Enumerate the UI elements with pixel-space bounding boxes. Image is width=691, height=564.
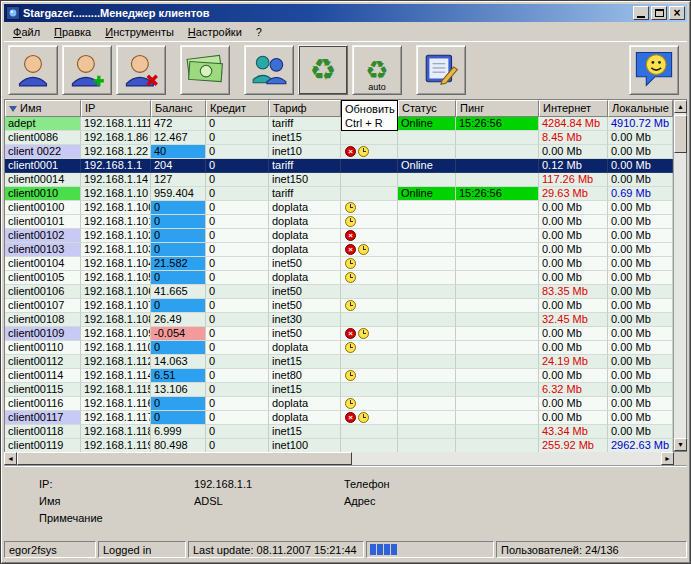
progress-segment	[370, 544, 376, 555]
cell-credit: 0	[206, 243, 269, 257]
close-button[interactable]	[669, 6, 685, 20]
scroll-left-icon[interactable]: ◄	[4, 452, 17, 465]
client-row[interactable]: client00116192.168.1.11600doplata0.00 Mb…	[5, 397, 673, 411]
vertical-scroll-thumb[interactable]	[674, 115, 687, 153]
payment-button[interactable]	[180, 45, 230, 95]
about-button[interactable]	[629, 45, 679, 95]
cell-name: client00105	[5, 271, 81, 285]
horizontal-scroll-thumb[interactable]	[17, 452, 352, 465]
cell-ping: 15:26:56	[456, 187, 539, 201]
column-header[interactable]: Пинг	[456, 100, 539, 117]
column-header-label: Кредит	[210, 101, 246, 116]
cell-status: Online	[398, 187, 456, 201]
client-row[interactable]: client00103192.168.1.10300doplata0.00 Mb…	[5, 243, 673, 257]
scroll-up-icon[interactable]: ▲	[674, 100, 687, 113]
client-row[interactable]: client00102192.168.1.10200doplata0.00 Mb…	[5, 229, 673, 243]
refresh-button[interactable]: ♻	[298, 45, 348, 95]
column-header[interactable]: Кредит	[206, 100, 269, 117]
cell-flags	[341, 327, 398, 341]
client-row[interactable]: client 0022192.168.1.22400inet100.00 Mb0…	[5, 145, 673, 159]
cell-status	[398, 271, 456, 285]
cell-flags	[341, 285, 398, 299]
cell-tariff: inet50	[269, 299, 341, 313]
client-row[interactable]: client00100192.168.1.10000doplata0.00 Mb…	[5, 201, 673, 215]
client-row[interactable]: client00109192.168.1.109-0.0540inet500.0…	[5, 327, 673, 341]
client-row[interactable]: client00108192.168.1.10826.490inet3032.4…	[5, 313, 673, 327]
menu-file[interactable]: Файл	[6, 24, 47, 40]
maximize-button[interactable]	[651, 6, 667, 20]
cell-flags	[341, 271, 398, 285]
client-row[interactable]: client0086192.168.1.8612.4670inet158.45 …	[5, 131, 673, 145]
cell-status	[398, 411, 456, 425]
client-row[interactable]: client00101192.168.1.10100doplata0.00 Mb…	[5, 215, 673, 229]
cell-flags	[341, 243, 398, 257]
waiting-icon	[345, 370, 356, 381]
column-header[interactable]: IP	[81, 100, 151, 117]
client-row[interactable]: client00117192.168.1.11700doplata0.00 Mb…	[5, 411, 673, 425]
cell-internet: 255.92 Mb	[539, 439, 608, 453]
info-name-label: Имя	[39, 495, 60, 507]
cell-name: client00118	[5, 425, 81, 439]
column-header[interactable]: Тариф	[269, 100, 341, 117]
cell-tariff: tariff	[269, 159, 341, 173]
scroll-down-icon[interactable]: ▼	[674, 438, 687, 451]
client-row[interactable]: client00114192.168.1.1146.510inet800.00 …	[5, 369, 673, 383]
cell-ping	[456, 313, 539, 327]
menu-tools[interactable]: Инструменты	[98, 24, 181, 40]
client-row[interactable]: client00115192.168.1.11513.1060inet156.3…	[5, 383, 673, 397]
client-row[interactable]: client00112192.168.1.11214.0630inet1524.…	[5, 355, 673, 369]
minimize-button[interactable]	[633, 6, 649, 20]
client-row[interactable]: client00110192.168.1.11000doplata0.00 Mb…	[5, 341, 673, 355]
client-row[interactable]: adept192.168.1.1114720tariffOnline15:26:…	[5, 117, 673, 131]
column-header[interactable]: Локальные р	[608, 100, 673, 117]
cell-balance: 204	[151, 159, 206, 173]
cell-status	[398, 299, 456, 313]
client-row[interactable]: client00106192.168.1.10641.6650inet5083.…	[5, 285, 673, 299]
progress-segment	[384, 544, 390, 555]
horizontal-scrollbar[interactable]: ◄ ►	[4, 452, 674, 465]
client-row[interactable]: client0001192.168.1.12040tariffOnline0.1…	[5, 159, 673, 173]
client-info-button[interactable]	[8, 45, 58, 95]
client-row[interactable]: client00118192.168.1.1186.9990inet1543.3…	[5, 425, 673, 439]
notes-button[interactable]	[416, 45, 466, 95]
smiley-bubble-icon	[632, 49, 676, 91]
users-button[interactable]	[244, 45, 294, 95]
cell-internet: 0.00 Mb	[539, 369, 608, 383]
cell-balance: 40	[151, 145, 206, 159]
delete-client-button[interactable]	[116, 45, 166, 95]
cell-name: client00104	[5, 257, 81, 271]
client-row[interactable]: client00105192.168.1.10500doplata0.00 Mb…	[5, 271, 673, 285]
cell-local: 0.00 Mb	[608, 257, 673, 271]
cell-credit: 0	[206, 425, 269, 439]
cell-balance: 12.467	[151, 131, 206, 145]
cell-local: 0.00 Mb	[608, 341, 673, 355]
cell-balance: 0	[151, 229, 206, 243]
cell-name: client0086	[5, 131, 81, 145]
cell-local: 0.00 Mb	[608, 355, 673, 369]
client-row[interactable]: client00119192.168.1.11980.4980inet10025…	[5, 439, 673, 453]
menu-help[interactable]: ?	[249, 24, 269, 40]
cell-credit: 0	[206, 131, 269, 145]
info-ip-label: IP:	[39, 478, 52, 490]
close-icon	[673, 7, 680, 19]
info-name-value: ADSL	[194, 495, 223, 507]
vertical-scrollbar[interactable]: ▲ ▼	[673, 100, 686, 451]
column-header[interactable]: Имя	[5, 100, 81, 117]
cell-internet: 0.00 Mb	[539, 257, 608, 271]
auto-refresh-button[interactable]: ♻ auto	[352, 45, 402, 95]
client-row[interactable]: client00104192.168.1.10421.5820inet500.0…	[5, 257, 673, 271]
menu-settings[interactable]: Настройки	[181, 24, 249, 40]
client-row[interactable]: client00014192.168.1.141270inet150117.26…	[5, 173, 673, 187]
scroll-right-icon[interactable]: ►	[661, 452, 674, 465]
person-add-icon	[69, 51, 105, 89]
column-header-label: Баланс	[155, 101, 192, 116]
column-header[interactable]: Статус	[398, 100, 456, 117]
client-row[interactable]: client0010192.168.1.10959.4040tariffOnli…	[5, 187, 673, 201]
add-client-button[interactable]	[62, 45, 112, 95]
menu-edit[interactable]: Правка	[47, 24, 98, 40]
cell-ip: 192.168.1.22	[81, 145, 151, 159]
column-header[interactable]: Интернет	[539, 100, 608, 117]
cell-status	[398, 131, 456, 145]
client-row[interactable]: client00107192.168.1.10700inet500.00 Mb0…	[5, 299, 673, 313]
column-header[interactable]: Баланс	[151, 100, 206, 117]
